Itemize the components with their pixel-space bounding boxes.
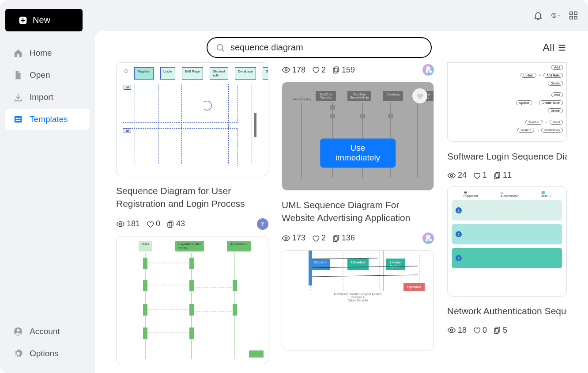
search-input[interactable] xyxy=(230,42,423,53)
svg-point-49 xyxy=(285,237,287,239)
svg-point-63 xyxy=(451,174,453,176)
svg-rect-64 xyxy=(496,172,500,177)
template-thumbnail[interactable]: 💻Supplicant▭Authenticator🌐Auth S 1 2 3 xyxy=(447,186,567,297)
sidebar-item-label: Import xyxy=(30,92,53,102)
svg-rect-46 xyxy=(330,114,335,118)
template-thumbnail-hover[interactable]: ☺user/company TechZineWebsiteTechZineSer… xyxy=(282,82,434,190)
import-icon xyxy=(13,92,23,102)
svg-rect-39 xyxy=(333,68,337,73)
svg-point-12 xyxy=(17,329,19,331)
svg-rect-29 xyxy=(189,327,194,339)
svg-rect-5 xyxy=(574,16,577,19)
svg-rect-65 xyxy=(494,174,498,179)
template-thumbnail[interactable]: ☺ RegisterLoginEdit PageStudenteditDatab… xyxy=(116,62,268,176)
sidebar-item-import[interactable]: Import xyxy=(5,87,90,108)
sidebar-item-label: Options xyxy=(30,349,58,358)
svg-rect-67 xyxy=(496,327,500,332)
svg-rect-9 xyxy=(19,118,21,119)
svg-rect-10 xyxy=(16,120,21,121)
template-title: UML Sequence Diagram For Website Adverti… xyxy=(282,198,434,225)
svg-rect-4 xyxy=(570,16,573,19)
template-stats: 178 2 159 xyxy=(282,64,434,76)
svg-rect-26 xyxy=(189,304,194,316)
svg-rect-8 xyxy=(16,118,18,119)
gear-icon xyxy=(13,349,23,358)
new-button[interactable]: New xyxy=(5,9,83,31)
sidebar-item-open[interactable]: Open xyxy=(5,65,90,86)
svg-rect-3 xyxy=(574,12,577,15)
svg-rect-68 xyxy=(494,329,498,334)
apps-icon[interactable] xyxy=(569,11,578,20)
sidebar-item-options[interactable]: Options xyxy=(5,343,90,364)
template-title: Sequence Diagram for User Registration a… xyxy=(116,184,268,210)
svg-rect-20 xyxy=(143,258,147,269)
home-icon xyxy=(13,48,23,58)
svg-rect-21 xyxy=(189,258,194,269)
svg-point-14 xyxy=(120,223,122,225)
avatar[interactable]: Y xyxy=(257,218,268,230)
template-stats: 18 0 5 xyxy=(447,326,567,335)
filter-all[interactable]: All xyxy=(543,42,567,54)
search-box[interactable] xyxy=(207,37,432,58)
svg-rect-7 xyxy=(15,116,22,123)
svg-rect-23 xyxy=(189,280,194,291)
template-title: Network Authentication Sequence Diagram xyxy=(447,304,567,317)
svg-rect-24 xyxy=(233,280,237,291)
svg-point-1 xyxy=(554,16,554,17)
avatar[interactable] xyxy=(422,232,434,244)
svg-line-61 xyxy=(312,275,418,277)
template-title: Software Login Sequence Diagram xyxy=(447,150,567,163)
heart-icon[interactable] xyxy=(412,88,427,103)
svg-rect-36 xyxy=(249,350,264,358)
sidebar: New Home Open Import Templates A xyxy=(0,0,95,373)
template-stats: 24 1 11 xyxy=(447,171,567,180)
template-thumbnail[interactable]: Student Librarian LibrarySystem Operator… xyxy=(282,250,434,350)
avatar[interactable] xyxy=(422,64,434,76)
main: All ☺ RegisterLoginEdit PageStudenteditD… xyxy=(95,31,588,373)
template-stats: 173 2 136 xyxy=(282,232,434,244)
sidebar-item-templates[interactable]: Templates xyxy=(5,109,90,130)
filter-label: All xyxy=(543,42,554,54)
use-immediately-button[interactable]: Use immediately xyxy=(320,139,396,168)
svg-point-13 xyxy=(217,44,223,50)
sidebar-item-account[interactable]: Account xyxy=(5,321,90,342)
svg-rect-15 xyxy=(169,221,173,226)
templates-icon xyxy=(13,114,23,124)
help-icon[interactable] xyxy=(551,11,561,20)
file-icon xyxy=(13,70,23,80)
topbar xyxy=(95,0,588,31)
account-icon xyxy=(13,327,23,336)
sidebar-item-label: Open xyxy=(30,70,50,80)
svg-rect-16 xyxy=(168,222,172,227)
sidebar-item-label: Home xyxy=(30,48,52,58)
svg-rect-27 xyxy=(233,304,237,316)
template-thumbnail[interactable]: User Login/RegisterPortal Application xyxy=(116,236,268,364)
template-thumbnail[interactable]: Add Update → Add Halls Delete Add Update… xyxy=(447,62,567,142)
svg-rect-22 xyxy=(143,280,147,291)
svg-rect-62 xyxy=(309,250,312,285)
sidebar-item-home[interactable]: Home xyxy=(5,42,90,64)
sidebar-item-label: Templates xyxy=(30,114,68,124)
svg-rect-50 xyxy=(335,235,339,240)
svg-rect-47 xyxy=(360,114,365,118)
template-stats: 181 0 43 Y xyxy=(116,218,268,230)
svg-rect-51 xyxy=(333,236,337,241)
svg-rect-28 xyxy=(143,327,147,339)
svg-rect-38 xyxy=(335,67,339,72)
svg-point-66 xyxy=(451,329,453,331)
svg-rect-2 xyxy=(570,12,573,15)
svg-rect-25 xyxy=(143,304,147,316)
svg-point-37 xyxy=(285,69,287,71)
bell-icon[interactable] xyxy=(533,11,543,20)
svg-rect-48 xyxy=(388,114,393,118)
sidebar-item-label: Account xyxy=(30,327,60,336)
new-button-label: New xyxy=(33,15,50,25)
search-icon xyxy=(215,43,225,53)
svg-rect-45 xyxy=(330,105,335,110)
